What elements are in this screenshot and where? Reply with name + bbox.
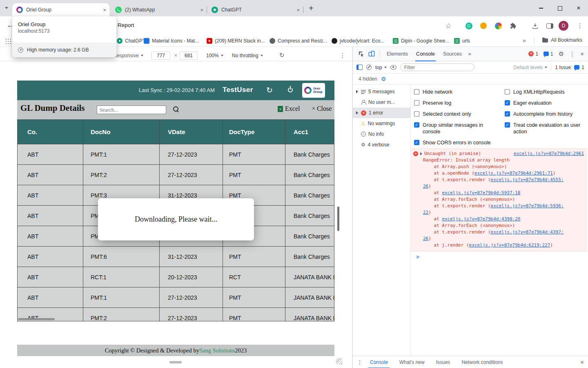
- address-bar[interactable]: Report: [118, 22, 134, 28]
- console-setting[interactable]: Autocomplete from history: [505, 111, 586, 117]
- more-tabs-icon[interactable]: »: [467, 51, 473, 57]
- zoom-dropdown[interactable]: 100%: [206, 53, 223, 58]
- table-horizontal-scrollbar[interactable]: [18, 318, 55, 320]
- search-input[interactable]: [97, 105, 166, 114]
- checkbox[interactable]: [505, 122, 510, 128]
- tab-chatgpt[interactable]: ChatGPT ×: [207, 3, 303, 16]
- tab-close-icon[interactable]: ×: [103, 7, 106, 13]
- console-setting[interactable]: Log XMLHttpRequests: [505, 89, 586, 95]
- extension-icon[interactable]: [479, 21, 488, 31]
- hidden-messages-label[interactable]: 4 hidden: [359, 76, 377, 82]
- tab-close-icon[interactable]: ×: [296, 7, 300, 13]
- console-setting[interactable]: Show CORS errors in console: [414, 139, 495, 146]
- error-source-link[interactable]: exceljs.js?v=87e79b4d:2961: [514, 150, 584, 157]
- stack-link[interactable]: exceljs.js?v=87e79b4d:4555:: [491, 177, 564, 182]
- resize-corner-handle[interactable]: [336, 358, 342, 364]
- console-sidebar-item[interactable]: ⚠No warnings: [353, 118, 410, 129]
- new-tab-button[interactable]: +: [309, 4, 314, 13]
- minimize-button[interactable]: [532, 0, 550, 16]
- bookmark-item[interactable]: Compress and Resiz...: [270, 37, 327, 45]
- tab-oriel-group[interactable]: Oriel Group ×: [12, 3, 109, 16]
- bookmark-item[interactable]: ChatGPT: [117, 37, 145, 45]
- profile-avatar[interactable]: D: [559, 21, 568, 31]
- drawer-tab-what-s-new[interactable]: What's new: [395, 356, 429, 368]
- bookmarks-overflow-icon[interactable]: »: [523, 37, 526, 44]
- stack-link[interactable]: exceljs.js?v=87e79b4d:4397:: [491, 229, 564, 235]
- pinwheel-extension-icon[interactable]: [493, 21, 503, 31]
- console-sidebar-toggle-icon[interactable]: [356, 65, 363, 70]
- console-sidebar-item[interactable]: 5 messages: [353, 86, 410, 97]
- checkbox[interactable]: [414, 140, 419, 145]
- stack-link[interactable]: exceljs.js?v=87e79b4d:5937:18: [442, 190, 520, 195]
- expand-caret-icon[interactable]: [420, 152, 422, 155]
- stack-link[interactable]: exceljs.js?v=87e79b4d:2961:71: [474, 171, 553, 176]
- bookmark-item[interactable]: (209) MERN Stack in...: [207, 37, 265, 45]
- excel-export-button[interactable]: Excel: [278, 105, 300, 112]
- grammarly-extension-icon[interactable]: [464, 21, 474, 31]
- device-height-input[interactable]: [180, 52, 198, 60]
- drawer-tab-issues[interactable]: Issues: [432, 356, 454, 368]
- downloads-icon[interactable]: [530, 21, 540, 31]
- table-row[interactable]: ABTRCT:120-12-2023RCTJANATA BANK LIM: [18, 267, 334, 287]
- bookmark-item[interactable]: Material Icons - Mat...: [144, 37, 199, 45]
- stack-link[interactable]: 26: [423, 184, 428, 189]
- stack-link[interactable]: exceljs.js?v=87e79b4d:4398:20: [442, 216, 520, 222]
- devtools-tab-console[interactable]: Console: [412, 47, 439, 61]
- console-setting[interactable]: Treat code evaluation as user action: [505, 122, 586, 135]
- table-row[interactable]: ABTPMT:127-12-2023PMTBank Charges: [18, 144, 334, 165]
- console-setting[interactable]: Selected context only: [414, 111, 495, 117]
- stack-link[interactable]: 26: [423, 236, 428, 241]
- all-bookmarks-button[interactable]: All Bookmarks: [542, 37, 582, 43]
- bookmark-item[interactable]: jvlcode/jvlcart: Eco...: [332, 37, 384, 45]
- devtools-close-icon[interactable]: ×: [580, 50, 584, 57]
- console-setting[interactable]: Hide network: [414, 89, 495, 95]
- table-row[interactable]: ABTPMT:227-12-2023PMTJANATA BANK LIM: [18, 308, 334, 321]
- console-settings-gear-icon[interactable]: ⚙: [381, 76, 386, 82]
- tab-whatsapp[interactable]: (2) WhatsApp ×: [111, 3, 207, 16]
- tab-close-icon[interactable]: ×: [200, 7, 203, 13]
- drawer-tab-console[interactable]: Console: [366, 356, 392, 368]
- bookmark-item[interactable]: urls: [454, 37, 470, 45]
- stack-link[interactable]: 22: [423, 210, 428, 215]
- window-close-button[interactable]: ×: [569, 0, 588, 16]
- devtools-tab-sources[interactable]: Sources: [439, 47, 466, 61]
- search-icon[interactable]: [173, 106, 180, 113]
- rotate-device-icon[interactable]: ↻: [279, 52, 285, 59]
- device-toolbar-menu-icon[interactable]: ⋮: [340, 52, 345, 58]
- devtools-settings-gear-icon[interactable]: ⚙: [559, 51, 564, 57]
- refresh-icon[interactable]: ↻: [266, 85, 273, 95]
- console-setting[interactable]: Preserve log: [414, 100, 495, 106]
- side-panel-icon[interactable]: [545, 21, 555, 31]
- device-toolbar-toggle-icon[interactable]: [367, 49, 376, 59]
- stack-link[interactable]: exceljs.js?v=87e79b4d:6219:227: [469, 242, 550, 248]
- checkbox[interactable]: [414, 111, 419, 117]
- browser-menu-icon[interactable]: ⋮: [575, 21, 585, 31]
- devtools-menu-icon[interactable]: ⋮: [569, 51, 575, 57]
- drawer-tab-network-conditions[interactable]: Network conditions: [457, 356, 507, 368]
- console-setting[interactable]: Group similar messages in console: [414, 122, 495, 135]
- live-expression-eye-icon[interactable]: [390, 65, 396, 70]
- bookmark-star-icon[interactable]: ☆: [443, 21, 453, 31]
- device-mode-dropdown[interactable]: Responsive: [113, 53, 143, 58]
- maximize-button[interactable]: [550, 0, 569, 16]
- drawer-menu-icon[interactable]: ⋮: [357, 359, 363, 366]
- inspect-element-icon[interactable]: [356, 49, 366, 59]
- page-vertical-scrollbar[interactable]: [337, 206, 339, 231]
- checkbox[interactable]: [414, 122, 419, 128]
- extensions-puzzle-icon[interactable]: [508, 21, 518, 31]
- checkbox[interactable]: [505, 111, 510, 117]
- checkbox[interactable]: [505, 89, 510, 94]
- console-setting[interactable]: Eager evaluation: [505, 100, 586, 106]
- throttling-dropdown[interactable]: No throttling: [232, 53, 263, 58]
- console-filter-input[interactable]: [400, 63, 474, 71]
- page-horizontal-scroll-handle[interactable]: [169, 361, 182, 364]
- log-levels-dropdown[interactable]: Default levels: [513, 65, 547, 70]
- stack-link[interactable]: exceljs.js?v=87e79b4d:5936:: [491, 203, 564, 209]
- close-button[interactable]: × Close: [312, 105, 332, 112]
- console-sidebar-item[interactable]: No user m...: [353, 97, 410, 108]
- execution-context-dropdown[interactable]: top: [375, 65, 387, 70]
- tab-search-chevron-icon[interactable]: [5, 7, 8, 9]
- console-sidebar-item[interactable]: ×1 error: [353, 108, 410, 118]
- drawer-close-icon[interactable]: ×: [580, 359, 584, 366]
- error-count-badge[interactable]: × 1: [528, 51, 538, 57]
